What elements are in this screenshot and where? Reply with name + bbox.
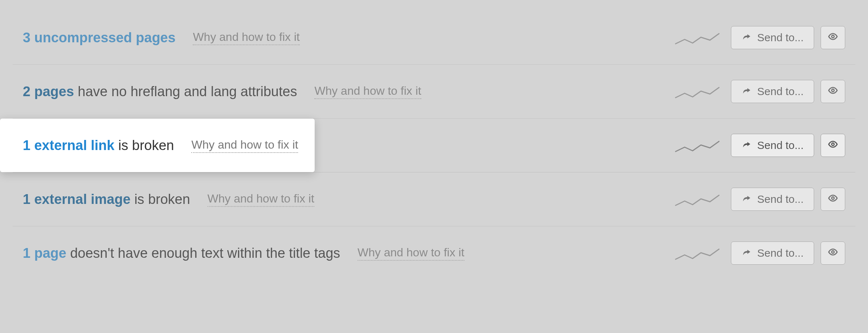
issue-title[interactable]: 1 external image is broken (23, 192, 190, 207)
sparkline-chart (674, 82, 721, 101)
sparkline-chart (674, 136, 721, 154)
issue-row: 1 external link is broken Why and how to… (13, 119, 855, 172)
send-to-button[interactable]: Send to... (731, 26, 814, 49)
svg-point-1 (832, 89, 834, 91)
issue-row: 2 pages have no hreflang and lang attrib… (13, 65, 855, 119)
share-arrow-icon (741, 140, 752, 150)
issue-label: external link (34, 138, 115, 153)
issue-title[interactable]: 3 uncompressed pages (23, 30, 175, 46)
send-to-button[interactable]: Send to... (731, 242, 814, 265)
issue-label: uncompressed pages (34, 30, 176, 45)
issue-title[interactable]: 1 page doesn't have enough text within t… (23, 246, 340, 261)
view-button[interactable] (821, 188, 845, 211)
eye-icon (828, 247, 838, 260)
svg-point-2 (832, 143, 834, 145)
issue-suffix: have no hreflang and lang attributes (78, 84, 297, 99)
eye-icon (828, 31, 838, 44)
eye-icon (828, 85, 838, 98)
svg-point-4 (832, 251, 834, 253)
view-button[interactable] (821, 242, 845, 265)
send-to-label: Send to... (757, 247, 804, 259)
eye-icon (828, 139, 838, 152)
issue-row: 3 uncompressed pages Why and how to fix … (13, 11, 855, 65)
send-to-label: Send to... (757, 139, 804, 151)
fix-it-link[interactable]: Why and how to fix it (314, 84, 421, 99)
issue-label: pages (34, 84, 74, 99)
fix-it-link[interactable]: Why and how to fix it (191, 138, 298, 153)
issue-count: 3 (23, 30, 30, 45)
share-arrow-icon (741, 86, 752, 97)
send-to-button[interactable]: Send to... (731, 80, 814, 103)
send-to-button[interactable]: Send to... (731, 188, 814, 211)
issue-count: 2 (23, 84, 30, 99)
issue-count: 1 (23, 192, 30, 207)
fix-it-link[interactable]: Why and how to fix it (358, 246, 464, 261)
issue-title[interactable]: 1 external link is broken (23, 138, 174, 153)
issue-count: 1 (23, 138, 30, 153)
svg-point-0 (832, 35, 834, 38)
issue-label: external image (34, 192, 131, 207)
view-button[interactable] (821, 134, 845, 157)
send-to-label: Send to... (757, 193, 804, 205)
fix-it-link[interactable]: Why and how to fix it (208, 192, 314, 207)
share-arrow-icon (741, 248, 752, 258)
issue-title[interactable]: 2 pages have no hreflang and lang attrib… (23, 84, 297, 99)
send-to-label: Send to... (757, 31, 804, 44)
sparkline-chart (674, 244, 721, 262)
issues-list: 3 uncompressed pages Why and how to fix … (0, 0, 868, 280)
issue-row: 1 external image is broken Why and how t… (13, 172, 855, 226)
issue-row: 1 page doesn't have enough text within t… (13, 226, 855, 280)
issue-suffix: is broken (118, 138, 174, 153)
eye-icon (828, 193, 838, 206)
issue-suffix: doesn't have enough text within the titl… (70, 246, 340, 261)
sparkline-chart (674, 190, 721, 208)
fix-it-link[interactable]: Why and how to fix it (193, 30, 299, 45)
issue-suffix: is broken (134, 192, 190, 207)
svg-point-3 (832, 197, 834, 199)
send-to-label: Send to... (757, 85, 804, 98)
sparkline-chart (674, 29, 721, 47)
issue-count: 1 (23, 246, 30, 261)
share-arrow-icon (741, 194, 752, 204)
view-button[interactable] (821, 80, 845, 103)
share-arrow-icon (741, 33, 752, 43)
send-to-button[interactable]: Send to... (731, 134, 814, 157)
view-button[interactable] (821, 26, 845, 49)
issue-label: page (34, 246, 67, 261)
